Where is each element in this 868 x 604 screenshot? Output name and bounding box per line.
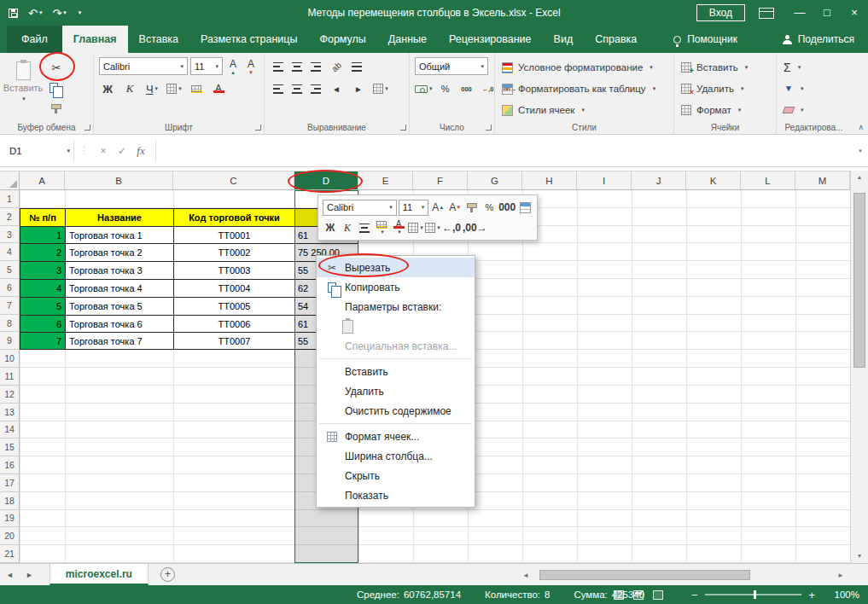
context-menu-item-hide[interactable]: Скрыть (317, 466, 475, 485)
cell-c3[interactable]: ТТ0001 (173, 226, 294, 244)
align-left-button[interactable] (271, 84, 285, 95)
share-button[interactable]: Поделиться (783, 26, 854, 53)
row-header-19[interactable]: 19 (0, 510, 19, 528)
wrap-text-button[interactable] (350, 61, 364, 73)
fill-button[interactable]: ▼▾ (784, 79, 804, 98)
mini-increase-decimal-button[interactable]: ←,0 (442, 219, 461, 236)
cell-a9[interactable]: 7 (20, 332, 65, 350)
cell-c4[interactable]: ТТ0002 (173, 243, 294, 261)
context-menu-item-copy[interactable]: Копировать (317, 277, 475, 297)
row-header-16[interactable]: 16 (0, 456, 19, 474)
insert-function-button[interactable]: fx (131, 144, 150, 158)
clear-button[interactable]: ▾ (784, 101, 804, 119)
column-header-i[interactable]: I (577, 171, 632, 189)
table-header-c[interactable]: Код торговой точки (173, 208, 294, 226)
shrink-font-button[interactable]: А▼ (243, 58, 259, 75)
align-top-button[interactable] (271, 61, 285, 73)
font-color-button[interactable]: А (210, 80, 227, 97)
vertical-scrollbar[interactable]: ▲ ▼ (850, 171, 868, 563)
normal-view-button[interactable] (614, 590, 624, 600)
cell-c6[interactable]: ТТ0004 (173, 279, 294, 297)
row-header-14[interactable]: 14 (0, 421, 19, 439)
confirm-entry-button[interactable]: ✓ (113, 145, 131, 157)
cell-styles-button[interactable]: Стили ячеек▾ (502, 101, 585, 119)
orientation-button[interactable]: ab (324, 55, 348, 78)
column-header-j[interactable]: J (632, 171, 686, 189)
minimize-button[interactable]: — (786, 0, 813, 26)
zoom-in-button[interactable]: + (808, 589, 815, 601)
row-header-3[interactable]: 3 (0, 226, 19, 244)
cancel-entry-button[interactable]: × (94, 145, 113, 157)
cell-a5[interactable]: 3 (20, 261, 65, 279)
maximize-button[interactable]: □ (813, 0, 841, 26)
copy-button[interactable]: ▾ (48, 79, 65, 96)
mini-font-size-combo[interactable]: 11▾ (399, 200, 429, 216)
row-header-5[interactable]: 5 (0, 261, 19, 279)
cell-b5[interactable]: Торговая точка 3 (65, 261, 173, 279)
ribbon-tab-6[interactable]: Рецензирование (438, 26, 543, 53)
cell-c5[interactable]: ТТ0003 (173, 261, 294, 279)
row-header-12[interactable]: 12 (0, 386, 19, 404)
mini-grow-font-button[interactable]: А▲ (430, 199, 446, 216)
row-header-18[interactable]: 18 (0, 492, 19, 510)
sheet-nav-left-icon[interactable]: ◄ (0, 571, 20, 579)
paste-button[interactable]: Вставить ▾ (3, 56, 43, 128)
ribbon-tab-5[interactable]: Данные (377, 26, 438, 53)
mini-italic-button[interactable]: К (340, 219, 355, 236)
mini-percent-button[interactable]: % (481, 199, 497, 216)
increase-indent-button[interactable]: ► (350, 80, 367, 97)
save-icon[interactable] (9, 9, 18, 18)
row-header-11[interactable]: 11 (0, 368, 19, 386)
ribbon-tab-3[interactable]: Разметка страницы (189, 26, 308, 53)
number-dialog-launcher[interactable] (486, 125, 492, 131)
font-size-combo[interactable]: 11▾ (190, 57, 223, 75)
format-as-table-button[interactable]: Форматировать как таблицу▾ (502, 79, 655, 98)
percent-style-button[interactable]: % (437, 80, 454, 97)
column-header-d[interactable]: D (294, 171, 358, 189)
column-header-a[interactable]: A (20, 171, 65, 189)
cell-b8[interactable]: Торговая точка 6 (65, 315, 173, 333)
undo-button[interactable]: ↶▾ (28, 7, 42, 20)
context-menu-item-clear-contents[interactable]: Очистить содержимое (317, 401, 475, 421)
underline-button[interactable]: Ч▾ (143, 80, 160, 97)
customize-qat-button[interactable]: ▾ (79, 9, 82, 16)
close-button[interactable]: × (841, 0, 868, 26)
ribbon-tab-0[interactable]: Файл (7, 26, 62, 53)
row-header-9[interactable]: 9 (0, 332, 19, 350)
align-center-button[interactable] (290, 84, 304, 95)
italic-button[interactable]: К (121, 80, 138, 97)
assistant-tab[interactable]: Помощник (673, 33, 737, 45)
borders-button[interactable]: ▾ (166, 80, 183, 97)
ribbon-tab-7[interactable]: Вид (543, 26, 585, 53)
merge-center-button[interactable]: ▾ (372, 80, 389, 97)
formula-input[interactable] (155, 140, 851, 161)
insert-cells-button[interactable]: +Вставить▾ (681, 58, 748, 77)
decrease-indent-button[interactable]: ◄ (328, 80, 345, 97)
ribbon-tab-2[interactable]: Вставка (128, 26, 189, 53)
mini-table-button[interactable] (517, 199, 533, 216)
cell-c7[interactable]: ТТ0005 (173, 297, 294, 315)
mini-center-button[interactable] (357, 219, 372, 236)
cell-b3[interactable]: Торговая точка 1 (65, 226, 173, 244)
new-sheet-button[interactable]: + (160, 567, 175, 582)
context-menu-item-delete[interactable]: Удалить (317, 381, 475, 401)
row-header-20[interactable]: 20 (0, 527, 19, 545)
column-header-f[interactable]: F (413, 171, 468, 189)
row-header-21[interactable]: 21 (0, 545, 19, 563)
row-header-8[interactable]: 8 (0, 315, 19, 333)
cell-c9[interactable]: ТТ0007 (173, 332, 294, 350)
context-menu-item-insert[interactable]: Вставить (317, 362, 475, 381)
cell-a4[interactable]: 2 (20, 243, 65, 261)
scroll-up-icon[interactable]: ▲ (851, 171, 868, 184)
column-header-g[interactable]: G (468, 171, 522, 189)
delete-cells-button[interactable]: ×Удалить▾ (681, 79, 743, 98)
row-header-7[interactable]: 7 (0, 297, 19, 315)
vertical-scroll-thumb[interactable] (853, 193, 865, 368)
context-menu-item-paste-special[interactable]: Специальная вставка... (317, 336, 475, 356)
horizontal-scrollbar[interactable]: ◄ ► (519, 569, 848, 581)
status-stat-1[interactable]: Количество:8 (485, 589, 550, 600)
row-header-13[interactable]: 13 (0, 404, 19, 421)
context-menu-item-format-cells[interactable]: Формат ячеек... (317, 427, 475, 446)
mini-decrease-decimal-button[interactable]: ,00→ (463, 219, 487, 236)
horizontal-scroll-thumb[interactable] (539, 570, 750, 580)
